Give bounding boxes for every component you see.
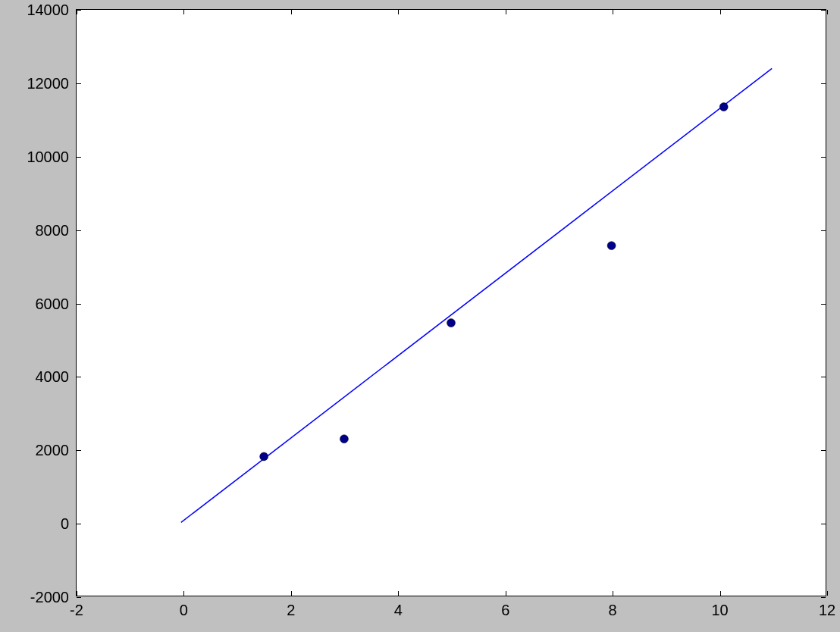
x-tick-mark: [827, 10, 828, 14]
y-tick-mark: [821, 83, 826, 84]
x-tick-label: 10: [711, 602, 728, 619]
x-tick-mark: [827, 591, 828, 596]
y-tick-mark: [821, 157, 826, 158]
x-tick-mark: [77, 591, 77, 596]
y-tick-mark: [821, 10, 826, 11]
data-point: [340, 435, 348, 443]
x-tick-mark: [291, 10, 292, 14]
y-tick-mark: [77, 83, 81, 84]
x-tick-mark: [183, 10, 184, 14]
y-tick-mark: [77, 524, 81, 524]
y-tick-mark: [77, 377, 81, 377]
x-tick-mark: [506, 10, 506, 14]
chart-svg: [77, 10, 826, 596]
y-tick-label: 10000: [27, 148, 69, 165]
x-tick-mark: [506, 591, 506, 596]
y-tick-mark: [821, 597, 826, 598]
y-tick-mark: [77, 450, 81, 451]
x-tick-mark: [613, 591, 613, 596]
data-point: [260, 452, 268, 461]
y-tick-mark: [821, 450, 826, 451]
x-tick-mark: [720, 591, 721, 596]
x-tick-label: 4: [394, 602, 403, 619]
y-tick-mark: [77, 10, 81, 11]
data-point: [447, 319, 456, 327]
fit-line: [181, 68, 772, 522]
x-tick-label: 6: [501, 602, 509, 619]
y-tick-label: 2000: [36, 442, 70, 459]
y-tick-label: 12000: [27, 74, 69, 92]
y-tick-mark: [77, 230, 81, 231]
y-tick-label: 0: [61, 515, 69, 533]
x-tick-mark: [398, 591, 399, 596]
x-tick-label: 12: [819, 602, 835, 619]
y-tick-mark: [77, 157, 81, 158]
data-point: [607, 242, 616, 250]
x-tick-mark: [398, 10, 399, 14]
y-tick-label: 14000: [27, 2, 69, 19]
y-tick-label: 6000: [36, 295, 70, 312]
y-tick-mark: [821, 230, 826, 231]
y-tick-mark: [821, 304, 826, 305]
x-tick-label: -2: [70, 602, 83, 619]
y-tick-mark: [821, 377, 826, 377]
x-tick-mark: [183, 591, 184, 596]
y-tick-label: 4000: [36, 368, 70, 386]
x-tick-mark: [613, 10, 613, 14]
x-tick-mark: [291, 591, 292, 596]
y-tick-mark: [821, 524, 826, 524]
y-tick-label: -2000: [30, 589, 69, 606]
y-tick-mark: [77, 597, 81, 598]
chart-plot-area: -2024681012-2000020004000600080001000012…: [76, 9, 826, 596]
x-tick-label: 8: [609, 602, 617, 619]
x-tick-mark: [720, 10, 721, 14]
y-tick-label: 8000: [36, 221, 70, 239]
data-point: [719, 103, 728, 111]
y-tick-mark: [77, 304, 81, 305]
x-tick-label: 0: [180, 602, 188, 619]
x-tick-label: 2: [287, 602, 295, 619]
